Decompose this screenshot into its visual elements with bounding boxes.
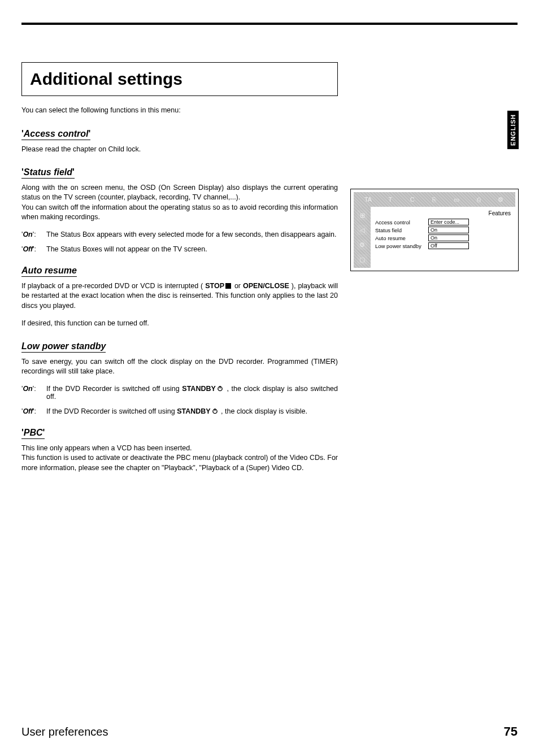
osd-row: Auto resume On: [375, 234, 511, 241]
osd-panel: TA T C ⎘ ▭ ⎙ ⚙ ⊞ ◁ ⚙ ▢ Features Access c…: [354, 192, 515, 268]
auto-p1: If playback of a pre-recorded DVD or VCD…: [21, 281, 338, 311]
osd-top-icon: C: [408, 195, 417, 203]
status-p2: You can switch off the information about…: [21, 203, 338, 223]
heading-auto-resume: Auto resume: [21, 266, 77, 277]
osd-row-label: Access control: [375, 219, 428, 225]
section-low-power: Low power standby To save energy, you ca…: [21, 341, 338, 415]
heading-access-control: 'Access control': [21, 129, 90, 140]
osd-top-icon: ▭: [452, 195, 461, 203]
osd-content: Features Access control Enter code... St…: [371, 207, 515, 268]
heading-low-power: Low power standby: [21, 341, 106, 353]
osd-panel-title: Features: [375, 210, 511, 216]
status-on-text: The Status Box appears with every select…: [46, 231, 338, 238]
osd-side-icon: ⊞: [357, 210, 367, 220]
status-off-label: 'Off':: [21, 245, 46, 253]
status-on-row: 'On': The Status Box appears with every …: [21, 231, 338, 238]
low-on-row: 'On': If the DVD Recorder is switched of…: [21, 385, 338, 401]
low-off-row: 'Off': If the DVD Recorder is switched o…: [21, 407, 338, 415]
auto-p2: If desired, this function can be turned …: [21, 319, 338, 329]
status-off-row: 'Off': The Status Boxes will not appear …: [21, 245, 338, 253]
osd-sidebar: ⊞ ◁ ⚙ ▢: [354, 207, 371, 268]
osd-row-value: Enter code...: [428, 219, 469, 225]
heading-status-field: 'Status field': [21, 167, 75, 179]
osd-row: Status field On: [375, 227, 511, 233]
osd-top-icon: T: [386, 195, 395, 203]
low-off-label: 'Off':: [21, 407, 46, 415]
osd-row-label: Auto resume: [375, 235, 428, 241]
pbc-p1: This line only appears when a VCD has be…: [21, 444, 338, 454]
osd-top-icon: ⚙: [496, 195, 505, 203]
osd-row-value: Off: [428, 242, 469, 249]
pbc-p2: This function is used to activate or dea…: [21, 453, 338, 473]
status-on-label: 'On':: [21, 231, 46, 238]
content-column: Additional settings You can select the f…: [21, 36, 338, 473]
footer-page-number: 75: [504, 724, 518, 739]
osd-row-label: Low power standby: [375, 243, 428, 249]
access-body: Please read the chapter on Child lock.: [21, 145, 338, 155]
osd-top-icon: ⎙: [474, 195, 483, 203]
status-off-text: The Status Boxes will not appear on the …: [46, 245, 338, 253]
osd-row-value: On: [428, 227, 469, 233]
low-p1: To save energy, you can switch off the c…: [21, 357, 338, 377]
osd-body: ⊞ ◁ ⚙ ▢ Features Access control Enter co…: [354, 207, 515, 268]
footer-title: User preferences: [21, 725, 108, 738]
osd-row: Low power standby Off: [375, 242, 511, 249]
osd-side-icon: ⚙: [357, 240, 367, 250]
language-tab: ENGLISH: [507, 111, 519, 149]
osd-top-icon: TA: [364, 195, 373, 203]
page-title: Additional settings: [30, 69, 329, 89]
power-icon: [217, 385, 223, 392]
section-pbc: 'PBC' This line only appears when a VCD …: [21, 428, 338, 473]
heading-pbc: 'PBC': [21, 428, 45, 439]
low-on-text: If the DVD Recorder is switched off usin…: [46, 385, 338, 401]
intro-text: You can select the following functions i…: [21, 106, 338, 114]
osd-row-label: Status field: [375, 227, 428, 233]
section-access-control: 'Access control' Please read the chapter…: [21, 129, 338, 155]
osd-topbar: TA T C ⎘ ▭ ⎙ ⚙: [354, 192, 515, 207]
status-p1: Along with the on screen menu, the OSD (…: [21, 183, 338, 203]
osd-row: Access control Enter code...: [375, 219, 511, 225]
title-box: Additional settings: [21, 62, 338, 96]
top-divider: [21, 23, 518, 25]
osd-top-icon: ⎘: [430, 195, 439, 203]
osd-side-icon: ▢: [357, 254, 367, 264]
osd-row-value: On: [428, 234, 469, 241]
osd-screenshot: TA T C ⎘ ▭ ⎙ ⚙ ⊞ ◁ ⚙ ▢ Features Access c…: [350, 189, 519, 271]
low-on-label: 'On':: [21, 385, 46, 401]
section-status-field: 'Status field' Along with the on screen …: [21, 167, 338, 253]
osd-side-icon: ◁: [357, 225, 367, 235]
stop-icon: [225, 283, 231, 289]
page-footer: User preferences 75: [21, 724, 518, 739]
power-icon: [212, 408, 218, 414]
low-off-text: If the DVD Recorder is switched off usin…: [46, 407, 338, 415]
section-auto-resume: Auto resume If playback of a pre-recorde…: [21, 266, 338, 329]
